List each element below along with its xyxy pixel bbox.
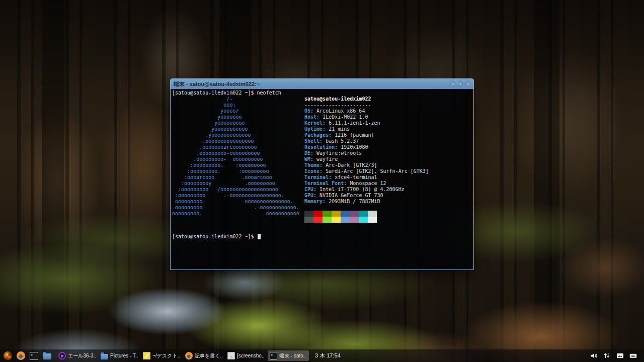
info-line: Packages: 1216 (pacman) [304, 132, 429, 138]
color-swatch [332, 217, 341, 223]
volume-icon[interactable] [590, 352, 598, 359]
text-cursor [258, 234, 261, 239]
terminal-launcher[interactable] [29, 351, 38, 360]
taskbar-window-button[interactable]: ~/デスクト.. [141, 350, 182, 361]
info-label: Terminal: [304, 174, 332, 180]
info-line: Theme: Arc-Dark [GTK2/3] [304, 162, 429, 168]
color-swatch [323, 211, 332, 217]
info-label: DE: [304, 150, 313, 156]
taskbar[interactable]: エール36-3..Pictures - T..~/デスクト..記事を書く..[s… [0, 349, 644, 362]
arcolinux-ascii-logo: /- ooo: yoooo/ yooooooo yooooooooo yoooo… [172, 96, 299, 217]
taskbar-window-label: [screensho.. [237, 353, 264, 358]
color-swatch [359, 217, 368, 223]
taskbar-window-label: 記事を書く.. [195, 352, 222, 359]
firefox-launcher[interactable] [16, 351, 25, 360]
taskbar-window-label: 端末 - sato.. [279, 352, 306, 359]
info-line: Kernel: 6.11.1-zen1-1-zen [304, 120, 429, 126]
terminal-launcher-icon [30, 352, 38, 360]
shell-prompt-line: [satou@satou-iledxim022 ~]$ neofetch [172, 90, 281, 96]
info-value: Sardi-Arc [GTK2], Surfn-Arc [GTK3] [323, 168, 429, 174]
info-value: Wayfire:wlroots [313, 150, 362, 156]
info-line: DE: Wayfire:wlroots [304, 150, 429, 156]
info-line: Shell: bash 5.2.37 [304, 138, 429, 144]
terminal-content[interactable]: [satou@satou-iledxim022 ~]$ neofetch /- … [171, 89, 473, 269]
info-value: 6.11.1-zen1-1-zen [326, 120, 380, 126]
titlebar[interactable]: 端末 - satou@satou-iledxim022:~ [171, 79, 473, 89]
color-swatch [341, 217, 350, 223]
info-value: Intel i7-7700 (8) @ 4.200GHz [316, 187, 405, 192]
clock[interactable]: 3 木 17:54 [315, 352, 341, 359]
desktop[interactable]: { "terminal": { "title": "端末 - satou@sat… [0, 0, 644, 362]
color-swatch [341, 211, 350, 217]
color-palette-row [304, 211, 377, 217]
info-line: Host: ILeDxi-M022 1.0 [304, 114, 429, 120]
neofetch-info: satou@satou-iledxim022------------------… [304, 96, 429, 205]
firefox-launcher-icon [17, 351, 25, 360]
taskbar-window-button[interactable]: 記事を書く.. [183, 350, 224, 361]
info-label: Host: [304, 114, 319, 120]
shell-prompt-current: [satou@satou-iledxim022 ~]$ [172, 234, 261, 240]
info-label: Kernel: [304, 120, 326, 126]
info-line: Resolution: 1920x1080 [304, 144, 429, 150]
info-line: ---------------------- [304, 102, 429, 108]
info-value: Arc-Dark [GTK2/3] [323, 162, 377, 168]
info-label: Packages: [304, 132, 332, 138]
info-value: 21 mins [326, 126, 350, 132]
close-button[interactable] [465, 81, 470, 86]
taskbar-window-label: Pictures - T.. [110, 353, 138, 358]
file-manager-launcher[interactable] [42, 351, 51, 360]
info-line: Icons: Sardi-Arc [GTK2], Surfn-Arc [GTK3… [304, 168, 429, 174]
info-label: CPU: [304, 187, 316, 192]
color-palette-row [304, 217, 377, 223]
color-swatch [359, 211, 368, 217]
color-swatch [350, 211, 359, 217]
taskbar-window-label: ~/デスクト.. [152, 352, 180, 359]
info-value: bash 5.2.37 [323, 138, 359, 144]
launcher-area [3, 351, 51, 360]
color-swatch [313, 211, 323, 217]
folder-icon [101, 354, 108, 359]
terminal-icon [270, 352, 277, 359]
wallpaper-icon[interactable] [616, 352, 624, 359]
info-label: GPU: [304, 193, 316, 198]
terminal-window[interactable]: 端末 - satou@satou-iledxim022:~ [satou@sat… [170, 78, 474, 270]
taskbar-window-button[interactable]: Pictures - T.. [99, 350, 140, 361]
info-value: NVIDIA GeForce GT 730 [316, 193, 383, 198]
info-line: GPU: NVIDIA GeForce GT 730 [304, 193, 429, 199]
arcolinux-menu-icon [4, 351, 12, 360]
prompt-text: [satou@satou-iledxim022 ~]$ [172, 234, 257, 239]
info-value: ILeDxi-M022 1.0 [319, 114, 368, 120]
color-swatch [304, 211, 313, 217]
info-label: Memory: [304, 199, 326, 204]
network-icon[interactable] [603, 352, 611, 359]
info-value: xfce4-terminal [332, 174, 377, 180]
color-swatch [313, 217, 323, 223]
info-value: ArcoLinux x86_64 [313, 108, 365, 114]
window-title: 端末 - satou@satou-iledxim022:~ [174, 80, 448, 88]
minimize-button[interactable] [450, 81, 455, 86]
app-menu-button[interactable] [3, 351, 12, 360]
info-label: Icons: [304, 168, 323, 174]
info-label: WM: [304, 156, 313, 162]
color-swatch [323, 217, 332, 223]
info-label: Shell: [304, 138, 323, 144]
color-swatch [350, 217, 359, 223]
info-value: 2093MiB / 7887MiB [326, 199, 380, 204]
keyboard-icon[interactable] [629, 352, 637, 359]
taskbar-window-button[interactable]: 端末 - sato.. [268, 350, 309, 361]
info-label: OS: [304, 108, 313, 114]
color-swatch [332, 211, 341, 217]
media-player-icon [58, 352, 66, 359]
text-editor-icon [143, 352, 150, 359]
taskbar-window-button[interactable]: エール36-3.. [56, 350, 98, 361]
info-label: Uptime: [304, 126, 326, 132]
info-value: 1216 (pacman) [332, 132, 374, 138]
info-label: Resolution: [304, 144, 338, 150]
info-label: Terminal Font: [304, 180, 347, 186]
color-swatch [368, 217, 377, 223]
firefox-icon [185, 352, 193, 359]
info-line: Uptime: 21 mins [304, 126, 429, 132]
info-value: Monospace 12 [347, 180, 386, 186]
maximize-button[interactable] [458, 81, 463, 86]
taskbar-window-button[interactable]: [screensho.. [225, 350, 267, 361]
